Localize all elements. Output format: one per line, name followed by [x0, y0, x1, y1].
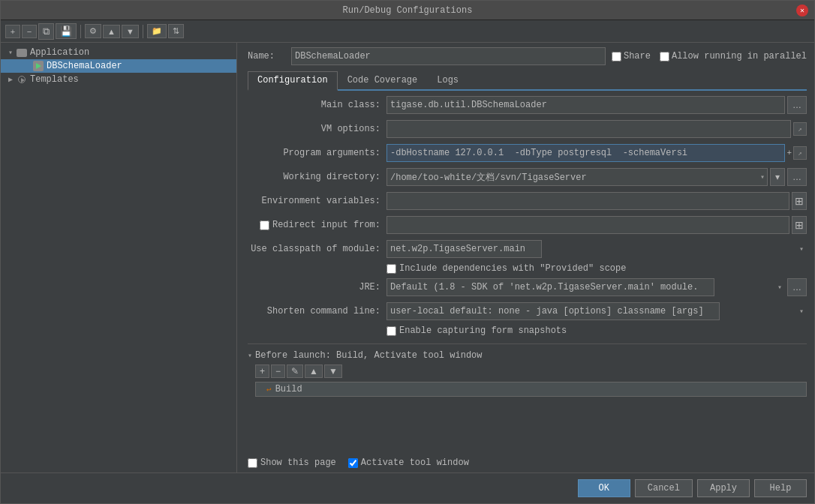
bottom-options: Show this page Activate tool window [248, 458, 807, 468]
toolbar-separator [80, 25, 81, 38]
jre-label: JRE: [248, 282, 386, 292]
toolbar: + − ⧉ 💾 ⚙ ▲ ▼ 📁 ⇅ [1, 20, 814, 43]
build-label: Build [275, 384, 302, 394]
action-buttons: OK Cancel Apply Help [1, 472, 814, 503]
name-input[interactable] [291, 47, 606, 65]
share-label: Share [624, 51, 651, 62]
add-config-button[interactable]: + [5, 25, 20, 38]
working-dir-label: Working directory: [248, 172, 386, 182]
tree-no-arrow [22, 62, 32, 70]
main-class-input[interactable] [386, 96, 785, 114]
redirect-browse-button[interactable]: ⊞ [792, 216, 807, 234]
shorten-cmd-row: Shorten command line: user-local default… [248, 302, 807, 321]
classpath-label: Use classpath of module: [248, 244, 386, 254]
tab-code-coverage[interactable]: Code Coverage [338, 71, 428, 89]
vm-options-input[interactable] [386, 120, 791, 138]
show-page-label[interactable]: Show this page [248, 458, 336, 468]
sidebar-item-application[interactable]: ▾ Application [1, 46, 236, 59]
launch-down-button[interactable]: ▼ [324, 364, 342, 378]
snapshots-row: Enable capturing form snapshots [248, 326, 807, 336]
main-class-browse-button[interactable]: … [787, 96, 807, 114]
application-group-label: Application [30, 47, 89, 58]
parallel-checkbox-label[interactable]: Allow running in parallel [660, 51, 807, 62]
working-dir-browse-button[interactable]: … [787, 168, 807, 186]
working-dir-dropdown-button[interactable]: ▾ [770, 168, 785, 186]
ok-button[interactable]: OK [578, 479, 630, 497]
dialog-title: Run/Debug Configurations [19, 5, 796, 16]
share-checkbox[interactable] [612, 52, 621, 62]
shorten-cmd-label: Shorten command line: [248, 306, 386, 316]
run-config-icon [32, 61, 44, 71]
launch-toolbar: + − ✎ ▲ ▼ [248, 364, 807, 378]
templates-label: Templates [30, 74, 79, 85]
working-dir-input[interactable] [386, 168, 768, 186]
redirect-input[interactable] [386, 216, 789, 234]
env-vars-browse-button[interactable]: ⊞ [792, 192, 807, 210]
tab-logs[interactable]: Logs [427, 71, 468, 89]
help-button[interactable]: Help [754, 479, 807, 497]
snapshots-label[interactable]: Enable capturing form snapshots [386, 326, 567, 336]
collapse-icon[interactable]: ▾ [248, 351, 252, 360]
working-dir-row: Working directory: ▾ … [248, 167, 807, 187]
redirect-checkbox[interactable] [260, 220, 269, 230]
vm-options-expand-button[interactable]: ↗ [793, 122, 807, 136]
sidebar-item-templates[interactable]: ▶ Templates [1, 73, 236, 86]
main-class-row: Main class: … [248, 95, 807, 115]
tree-expand-arrow: ▾ [5, 48, 16, 57]
launch-remove-button[interactable]: − [271, 364, 285, 378]
redirect-checkbox-label[interactable]: Redirect input from: [260, 220, 380, 230]
activate-checkbox[interactable] [348, 458, 358, 468]
main-content: ▾ Application DBSchemaLoader [1, 43, 814, 472]
launch-edit-button[interactable]: ✎ [287, 364, 303, 378]
right-panel: Name: Share Allow running in parallel Co… [237, 43, 814, 472]
tree-collapsed-arrow: ▶ [5, 75, 16, 84]
folder-button[interactable]: 📁 [147, 24, 167, 38]
move-down-button[interactable]: ▼ [122, 25, 139, 38]
copy-config-button[interactable]: ⧉ [38, 23, 54, 40]
parallel-checkbox[interactable] [660, 52, 669, 62]
jre-row: JRE: Default (1.8 - SDK of 'net.w2p.Tiga… [248, 278, 807, 297]
shorten-cmd-select[interactable]: user-local default: none - java [options… [386, 302, 720, 320]
snapshots-checkbox[interactable] [386, 326, 396, 336]
launch-add-button[interactable]: + [255, 364, 269, 378]
application-folder-icon [16, 47, 28, 58]
program-args-label: Program arguments: [248, 148, 386, 158]
show-page-checkbox[interactable] [248, 458, 257, 468]
config-area: Main class: … VM options: ↗ Program argu… [248, 95, 807, 452]
jre-select[interactable]: Default (1.8 - SDK of 'net.w2p.TigaseSer… [386, 278, 714, 296]
env-vars-input[interactable] [386, 192, 789, 210]
run-debug-configurations-dialog: Run/Debug Configurations ✕ + − ⧉ 💾 ⚙ ▲ ▼… [0, 0, 815, 504]
show-page-text: Show this page [260, 458, 336, 468]
settings-button[interactable]: ⚙ [85, 24, 101, 38]
sort-button[interactable]: ⇅ [168, 24, 184, 38]
program-args-expand-button[interactable]: ↗ [793, 146, 807, 160]
include-deps-label[interactable]: Include dependencies with "Provided" sco… [386, 263, 626, 274]
include-deps-checkbox[interactable] [386, 264, 396, 274]
activate-label[interactable]: Activate tool window [348, 458, 469, 468]
program-args-row: Program arguments: + ↗ [248, 143, 807, 163]
classpath-row: Use classpath of module: net.w2p.TigaseS… [248, 239, 807, 259]
save-config-button[interactable]: 💾 [56, 23, 77, 39]
before-launch-section: ▾ Before launch: Build, Activate tool wi… [248, 344, 807, 397]
program-args-input[interactable] [386, 144, 785, 162]
env-vars-label: Environment variables: [248, 196, 386, 206]
close-button[interactable]: ✕ [796, 4, 808, 16]
tab-configuration[interactable]: Configuration [248, 71, 338, 91]
share-options: Share Allow running in parallel [612, 51, 807, 62]
jre-browse-button[interactable]: … [787, 278, 807, 296]
main-class-label: Main class: [248, 100, 386, 110]
remove-config-button[interactable]: − [22, 25, 37, 38]
share-checkbox-label[interactable]: Share [612, 51, 651, 62]
build-item[interactable]: ↩ Build [255, 382, 807, 397]
redirect-label: Redirect input from: [272, 220, 380, 230]
templates-icon [16, 74, 28, 85]
apply-button[interactable]: Apply [697, 479, 750, 497]
launch-up-button[interactable]: ▲ [305, 364, 323, 378]
move-up-button[interactable]: ▲ [103, 25, 120, 38]
tabs-bar: Configuration Code Coverage Logs [248, 71, 807, 91]
before-launch-label: Before launch: Build, Activate tool wind… [255, 350, 482, 361]
classpath-select[interactable]: net.w2p.TigaseServer.main [386, 240, 542, 258]
cancel-button[interactable]: Cancel [635, 479, 693, 497]
sidebar-item-dbschemaloader[interactable]: DBSchemaLoader [1, 59, 236, 73]
name-label: Name: [248, 51, 285, 62]
